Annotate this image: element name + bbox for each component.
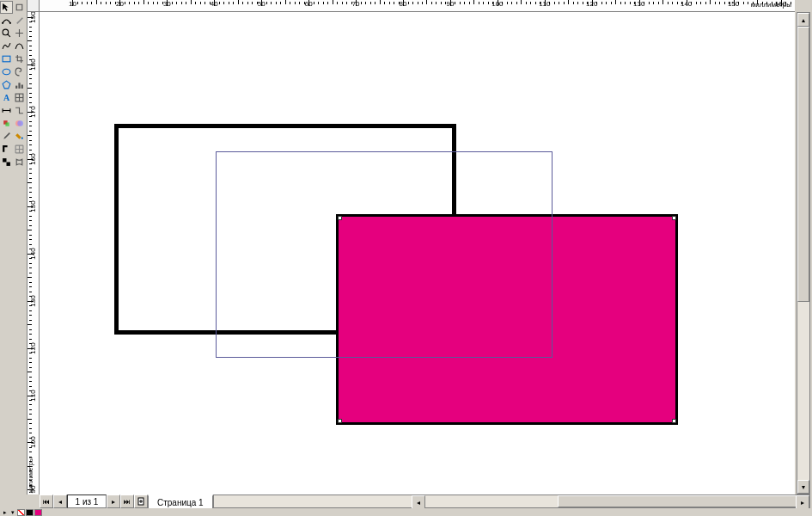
resize-handle-tr[interactable] <box>672 216 676 220</box>
swatch-black[interactable] <box>26 509 34 516</box>
color-palette: ▸ ▾ <box>0 508 812 516</box>
shape-selection-rectangle[interactable] <box>216 151 553 358</box>
svg-rect-19 <box>7 163 10 166</box>
tool-effects[interactable] <box>0 117 13 130</box>
tool-polygon[interactable] <box>0 78 13 91</box>
svg-point-16 <box>17 120 23 126</box>
scroll-up-button[interactable]: ▴ <box>797 13 809 27</box>
page-first-button[interactable]: ⏮ <box>40 494 53 508</box>
tool-mesh[interactable] <box>13 143 26 156</box>
page-prev-button[interactable]: ◂ <box>53 494 67 508</box>
canvas[interactable] <box>40 12 795 494</box>
resize-handle-bl[interactable] <box>338 419 342 423</box>
page-last-button[interactable]: ⏭ <box>120 494 134 508</box>
palette-scroll-left[interactable]: ▸ <box>2 509 9 516</box>
tool-pick[interactable] <box>0 1 13 14</box>
tool-graph[interactable] <box>13 78 26 91</box>
bottom-bar: ⏮ ◂ 1 из 1 ▸ ⏭ Страница 1 ◂ ▸ <box>40 494 810 508</box>
svg-rect-8 <box>21 85 23 89</box>
tool-dimension[interactable] <box>0 104 13 117</box>
tool-table[interactable] <box>13 91 26 104</box>
tool-spiral[interactable] <box>13 65 26 78</box>
tool-knife[interactable] <box>13 14 26 27</box>
tool-distort[interactable] <box>13 156 26 169</box>
tool-transparency[interactable] <box>0 156 13 169</box>
tool-outline[interactable] <box>0 143 13 156</box>
tool-eyedropper[interactable] <box>0 130 13 143</box>
scroll-right-button[interactable]: ▸ <box>796 495 809 509</box>
page-add-button[interactable] <box>134 494 148 508</box>
svg-point-17 <box>21 138 23 139</box>
tool-bezier[interactable] <box>13 40 26 52</box>
svg-point-1 <box>9 22 11 24</box>
tool-node[interactable] <box>0 14 13 27</box>
swatch-magenta[interactable] <box>34 509 42 516</box>
tool-freehand[interactable] <box>0 40 13 52</box>
scroll-thumb-h[interactable] <box>558 495 798 507</box>
tool-shape[interactable] <box>13 1 26 14</box>
swatch-none[interactable] <box>17 509 25 516</box>
tool-ellipse[interactable] <box>0 65 13 78</box>
tool-connector[interactable] <box>13 104 26 117</box>
svg-point-5 <box>3 69 10 75</box>
scroll-down-button[interactable]: ▾ <box>797 480 809 494</box>
svg-point-0 <box>2 22 3 24</box>
ruler-corner <box>27 0 40 12</box>
tool-fill[interactable] <box>13 130 26 143</box>
page-counter[interactable]: 1 из 1 <box>67 494 107 508</box>
page-tab-1[interactable]: Страница 1 <box>148 494 213 508</box>
scrollbar-horizontal[interactable]: ◂ ▸ <box>213 494 810 508</box>
ruler-vertical[interactable]: миллиметры 19018017016015014013012011010… <box>27 12 40 494</box>
page-next-button[interactable]: ▸ <box>107 494 120 508</box>
tool-pan[interactable] <box>13 27 26 40</box>
resize-handle-br[interactable] <box>672 419 676 423</box>
scrollbar-vertical[interactable]: ▴ ▾ <box>797 12 810 494</box>
tool-zoom[interactable] <box>0 27 13 40</box>
tool-text[interactable]: A <box>0 91 13 104</box>
tool-rect[interactable] <box>0 52 13 65</box>
palette-menu[interactable]: ▾ <box>9 509 16 516</box>
svg-rect-6 <box>15 86 17 89</box>
svg-rect-18 <box>3 158 6 162</box>
tool-crop[interactable] <box>13 52 26 65</box>
svg-rect-14 <box>5 122 9 126</box>
toolbox: A <box>0 0 27 494</box>
svg-line-3 <box>8 34 10 37</box>
ruler-horizontal[interactable]: миллиметры 10203040506070809010011012013… <box>40 0 795 12</box>
scroll-thumb-v[interactable] <box>797 27 809 302</box>
svg-rect-4 <box>3 56 10 62</box>
tool-blend[interactable] <box>13 117 26 130</box>
scroll-left-button[interactable]: ◂ <box>412 495 425 509</box>
svg-rect-7 <box>18 83 20 89</box>
